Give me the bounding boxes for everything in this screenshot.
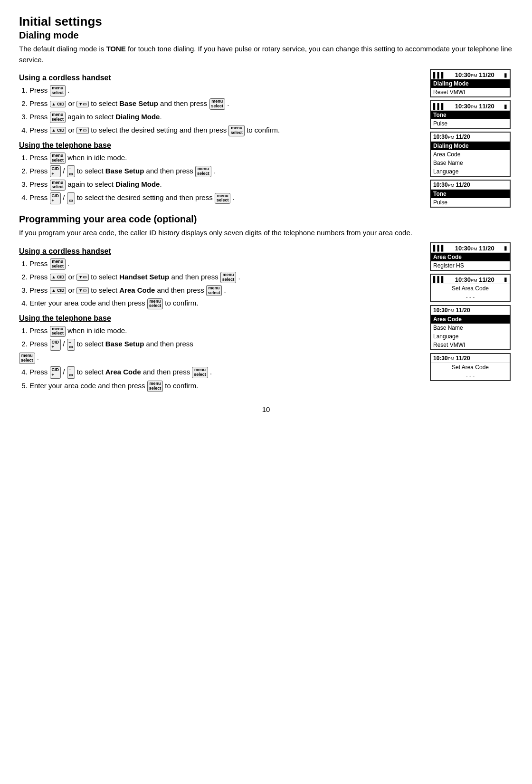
dialing-handset-steps: Press menuselect . Press ▲ CID or ▼▭ to … [19, 84, 425, 136]
base-step-1: Press menuselect when in idle mode. [29, 152, 425, 164]
area-b-step-2b: menuselect . [19, 352, 425, 364]
area-code-title: Programming your area code (optional) [19, 214, 513, 225]
area-b-step-1: Press menuselect when in idle mode. [29, 325, 425, 337]
screen-area-handset-2: ▌▌▌ 10:30PM 11/20 ▮ Set Area Code - - - [430, 274, 511, 302]
screen-dialing-base-2: 10:30PM 11/20 Tone Pulse [430, 180, 511, 208]
menu-select-area-b2[interactable]: menuselect [19, 353, 35, 364]
screen-base-base-name: Base Name [431, 159, 510, 167]
heading-area-handset: Using a cordless handset [19, 247, 425, 256]
screen-time-1: 10:30PM 11/20 [455, 71, 494, 78]
screen-item-tone: Tone [431, 111, 510, 119]
screen-register-hs-item: Register HS [431, 261, 510, 270]
screen-dialing-handset-2: ▌▌▌ 10:30PM 11/20 ▮ Tone Pulse [430, 100, 511, 129]
cid-up-area-h3[interactable]: ▲ CID [50, 287, 66, 294]
step-2: Press ▲ CID or ▼▭ to select Base Setup a… [29, 97, 425, 110]
menu-select-area-b1[interactable]: menuselect [50, 326, 66, 337]
area-b-step-4: Enter your area code and then press menu… [29, 380, 425, 392]
screen-area-base-2: 10:30PM 11/20 Set Area Code - - - [430, 353, 511, 381]
screen-base-reset-vmwi-2: Reset VMWI [431, 341, 510, 349]
area-b-step-2: Press CID+ / –▭ to select Base Setup and… [29, 338, 425, 351]
heading-area-base: Using the telephone base [19, 314, 425, 323]
screen-base-language-2: Language [431, 332, 510, 341]
screen-set-area-label: Set Area Code [431, 284, 510, 293]
menu-select-area-h1[interactable]: menuselect [50, 258, 66, 270]
screen-base-dashes: - - - [431, 372, 510, 380]
battery-icon: ▮ [504, 72, 507, 78]
minus-nav-area-b3[interactable]: –▭ [67, 366, 75, 379]
menu-select-button-3[interactable]: menuselect [50, 112, 66, 123]
section-title-dialing: Dialing mode [19, 30, 513, 41]
screen-area-base-1: 10:30PM 11/20 Area Code Base Name Langua… [430, 305, 511, 350]
screen-area-code-item: Area Code [431, 253, 510, 261]
base-step-4: Press CID+ / –▭ to select the desired se… [29, 191, 425, 204]
page-title: Initial settings [19, 14, 513, 29]
menu-select-button-2[interactable]: menuselect [209, 98, 226, 110]
battery-area-h1: ▮ [504, 245, 507, 251]
area-screens: ▌▌▌ 10:30PM 11/20 ▮ Area Code Register H… [430, 242, 513, 396]
base-step-2: Press CID+ / –▭ to select Base Setup and… [29, 165, 425, 178]
menu-select-base-2[interactable]: menuselect [195, 166, 211, 177]
cid-up-area-h2[interactable]: ▲ CID [50, 274, 66, 281]
menu-select-button-4[interactable]: menuselect [228, 125, 245, 136]
screen-item-reset-vmwi: Reset VMWI [431, 88, 510, 96]
menu-select-area-h2[interactable]: menuselect [220, 272, 237, 283]
screen-base-area-code: Area Code [431, 150, 510, 159]
area-h-step-4: Enter your area code and then press menu… [29, 297, 425, 309]
nav-down-area-h3[interactable]: ▼▭ [76, 287, 89, 294]
cid-plus-button-2[interactable]: CID+ [50, 192, 61, 205]
screen-dialing-base-1: 10:30PM 11/20 Dialing Mode Area Code Bas… [430, 132, 511, 177]
page-number: 10 [19, 405, 513, 413]
nav-down-area-h2[interactable]: ▼▭ [76, 274, 89, 281]
screen-time-area-h1: 10:30PM 11/20 [455, 245, 494, 252]
area-h-step-1: Press menuselect . [29, 258, 425, 270]
step-4: Press ▲ CID or ▼▭ to select the desired … [29, 124, 425, 136]
area-h-step-2: Press ▲ CID or ▼▭ to select Handset Setu… [29, 271, 425, 283]
minus-nav-button[interactable]: –▭ [67, 165, 75, 178]
signal-area-h1: ▌▌▌ [433, 245, 446, 251]
area-code-content: Using a cordless handset Press menuselec… [19, 242, 425, 396]
area-b-step-3: Press CID+ / –▭ to select Area Code and … [29, 366, 425, 379]
signal-icon: ▌▌▌ [433, 72, 446, 78]
cid-plus-area-b2[interactable]: CID+ [50, 339, 61, 351]
step-3: Press menuselect again to select Dialing… [29, 111, 425, 123]
screen-base-dialing-mode: Dialing Mode [431, 142, 510, 150]
screen-base-base-name-2: Base Name [431, 324, 510, 332]
menu-select-area-b4[interactable]: menuselect [147, 381, 163, 392]
screen-base-pulse: Pulse [431, 198, 510, 207]
screen-time-area-h2: 10:30PM 11/20 [455, 276, 494, 283]
cid-plus-area-b3[interactable]: CID+ [50, 366, 61, 379]
dialing-base-steps: Press menuselect when in idle mode. Pres… [19, 152, 425, 205]
screen-dialing-handset-1: ▌▌▌ 10:30PM 11/20 ▮ Dialing Mode Reset V… [430, 69, 511, 97]
heading-dialing-handset: Using a cordless handset [19, 74, 425, 82]
menu-select-base-1[interactable]: menuselect [50, 153, 66, 164]
step-1: Press menuselect . [29, 84, 425, 96]
signal-area-h2: ▌▌▌ [433, 276, 446, 283]
battery-area-h2: ▮ [504, 276, 507, 283]
screen-base-language: Language [431, 167, 510, 176]
screen-base-tone: Tone [431, 190, 510, 198]
base-step-3: Press menuselect again to select Dialing… [29, 178, 425, 191]
menu-select-button[interactable]: menuselect [50, 85, 66, 96]
menu-select-base-3[interactable]: menuselect [50, 180, 66, 191]
menu-select-base-4[interactable]: menuselect [215, 193, 231, 204]
minus-nav-area-b2[interactable]: –▭ [67, 339, 75, 351]
menu-select-area-b3[interactable]: menuselect [192, 367, 208, 378]
cid-up-button[interactable]: ▲ CID [50, 101, 66, 108]
minus-nav-button-2[interactable]: –▭ [67, 192, 75, 205]
menu-select-area-h3[interactable]: menuselect [206, 285, 222, 296]
cid-plus-button[interactable]: CID+ [50, 165, 61, 178]
heading-dialing-base: Using the telephone base [19, 141, 425, 150]
screen-base-area-code-2: Area Code [431, 315, 510, 324]
screen-item-pulse: Pulse [431, 119, 510, 128]
cid-up-button-2[interactable]: ▲ CID [50, 127, 66, 134]
signal-icon-2: ▌▌▌ [433, 103, 446, 110]
screen-base-set-area-label: Set Area Code [431, 363, 510, 372]
area-handset-steps: Press menuselect . Press ▲ CID or ▼▭ to … [19, 258, 425, 310]
menu-select-area-h4[interactable]: menuselect [147, 298, 163, 310]
nav-down-button[interactable]: ▼▭ [76, 101, 89, 108]
nav-down-button-2[interactable]: ▼▭ [76, 127, 89, 134]
dialing-screens: ▌▌▌ 10:30PM 11/20 ▮ Dialing Mode Reset V… [430, 69, 513, 208]
area-base-steps: Press menuselect when in idle mode. Pres… [19, 325, 425, 392]
screen-time-2: 10:30PM 11/20 [455, 103, 494, 110]
screen-dashes: - - - [431, 293, 510, 301]
